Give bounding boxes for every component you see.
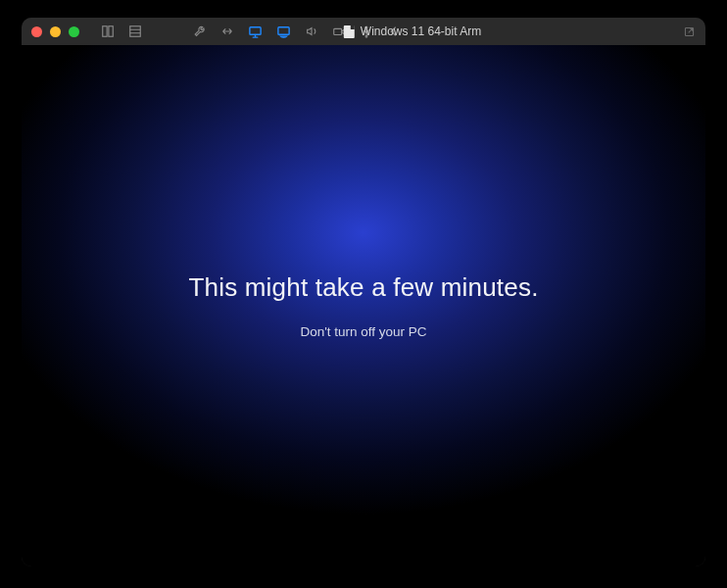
svg-rect-0 xyxy=(103,26,107,37)
document-icon xyxy=(344,25,355,38)
display-icon[interactable] xyxy=(248,24,263,39)
update-heading: This might take a few minutes. xyxy=(188,272,538,303)
send-icon[interactable] xyxy=(683,25,696,38)
volume-icon[interactable] xyxy=(305,24,318,38)
resize-icon[interactable] xyxy=(220,24,234,38)
svg-rect-2 xyxy=(130,26,141,37)
columns-icon[interactable] xyxy=(101,24,115,38)
titlebar: Windows 11 64-bit Arm xyxy=(22,18,705,45)
svg-rect-4 xyxy=(278,26,289,34)
vm-window: Windows 11 64-bit Arm This might take a … xyxy=(22,18,705,566)
vm-screen: This might take a few minutes. Don't tur… xyxy=(22,45,705,566)
window-title-group: Windows 11 64-bit Arm xyxy=(344,24,481,38)
minimize-button[interactable] xyxy=(50,26,61,37)
svg-rect-3 xyxy=(250,26,261,34)
window-title: Windows 11 64-bit Arm xyxy=(361,24,481,38)
svg-rect-5 xyxy=(334,28,342,34)
traffic-lights xyxy=(31,26,79,37)
svg-rect-1 xyxy=(109,26,113,37)
update-subtext: Don't turn off your PC xyxy=(300,324,426,339)
display-alt-icon[interactable] xyxy=(276,24,291,39)
maximize-button[interactable] xyxy=(69,26,79,37)
list-icon[interactable] xyxy=(128,24,142,38)
wrench-icon[interactable] xyxy=(193,24,207,38)
close-button[interactable] xyxy=(31,26,42,37)
